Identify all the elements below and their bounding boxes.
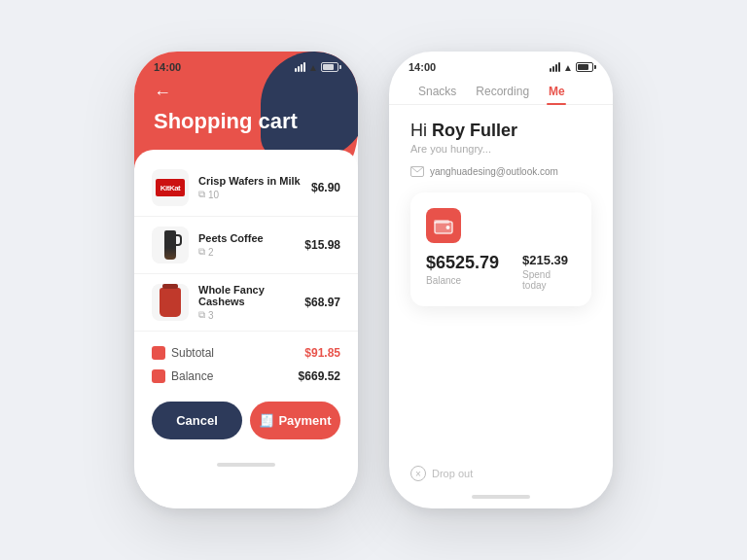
wallet-balance-amount: $6525.79 bbox=[426, 253, 499, 273]
drop-out-text[interactable]: Drop out bbox=[432, 468, 473, 479]
wallet-icon bbox=[426, 208, 461, 243]
payment-icon: 🧾 bbox=[259, 413, 274, 428]
cart-item: Whole Fancy Cashews ⧉ 3 $68.97 bbox=[134, 274, 358, 332]
wallet-card: $6525.79 Balance $215.39 Spend today bbox=[410, 192, 591, 306]
balance-value: $669.52 bbox=[299, 369, 340, 383]
wallet-amounts: $6525.79 Balance $215.39 Spend today bbox=[426, 253, 576, 291]
payment-button[interactable]: 🧾 Payment bbox=[250, 402, 340, 439]
cart-summary: Subtotal $91.85 Balance $669.52 bbox=[134, 335, 358, 394]
phone-profile: 14:00 ▲ Snacks Recording Me Hi bbox=[389, 52, 613, 508]
item-info: Whole Fancy Cashews ⧉ 3 bbox=[198, 284, 304, 321]
cart-item: KitKat Crisp Wafers in Milk ⧉ 10 $6.90 bbox=[134, 159, 358, 217]
item-qty: ⧉ 10 bbox=[198, 189, 311, 200]
subtotal-value: $91.85 bbox=[304, 346, 340, 360]
drop-out-row: × Drop out bbox=[389, 458, 613, 489]
copy-icon: ⧉ bbox=[198, 309, 205, 321]
wallet-spend-label: Spend today bbox=[522, 269, 576, 291]
drop-out-icon: × bbox=[410, 466, 426, 481]
item-qty: ⧉ 3 bbox=[198, 309, 304, 321]
wallet-balance-label: Balance bbox=[426, 275, 499, 286]
tab-recording[interactable]: Recording bbox=[466, 77, 539, 104]
jar-icon bbox=[160, 288, 181, 317]
coffee-icon bbox=[164, 230, 176, 260]
svg-rect-2 bbox=[434, 220, 449, 224]
battery-icon bbox=[576, 62, 593, 72]
greeting: Hi Roy Fuller bbox=[410, 121, 591, 141]
wifi-icon: ▲ bbox=[308, 62, 318, 73]
status-time: 14:00 bbox=[409, 61, 436, 73]
copy-icon: ⧉ bbox=[198, 246, 205, 258]
subtotal-row: Subtotal $91.85 bbox=[152, 341, 340, 365]
item-info: Crisp Wafers in Milk ⧉ 10 bbox=[198, 175, 311, 200]
item-info: Peets Coffee ⧉ 2 bbox=[198, 232, 304, 258]
subtext: Are you hungry... bbox=[410, 143, 591, 155]
cart-actions: Cancel 🧾 Payment bbox=[152, 402, 340, 439]
greeting-name: Roy Fuller bbox=[432, 121, 517, 140]
email-icon bbox=[410, 166, 424, 177]
item-price: $6.90 bbox=[311, 181, 340, 194]
item-image-kitkat: KitKat bbox=[152, 169, 189, 206]
signal-icon bbox=[550, 62, 560, 72]
balance-icon bbox=[152, 369, 165, 383]
balance-label: Balance bbox=[152, 369, 213, 383]
greeting-hi: Hi bbox=[410, 121, 427, 140]
subtotal-icon bbox=[152, 346, 165, 360]
cart-title: Shopping cart bbox=[154, 109, 338, 134]
home-indicator bbox=[217, 463, 275, 467]
balance-row: Balance $669.52 bbox=[152, 365, 340, 388]
cancel-button[interactable]: Cancel bbox=[152, 402, 242, 439]
phone-shopping-cart: 14:00 ▲ ← Shopping cart bbox=[134, 52, 358, 508]
item-price: $15.98 bbox=[304, 238, 340, 252]
item-name: Crisp Wafers in Milk bbox=[198, 175, 311, 187]
profile-section: Hi Roy Fuller Are you hungry... yanghuad… bbox=[389, 121, 613, 192]
wallet-spend-section: $215.39 Spend today bbox=[522, 253, 576, 291]
status-icons: ▲ bbox=[550, 62, 593, 73]
status-time: 14:00 bbox=[154, 61, 181, 73]
wallet-svg bbox=[434, 217, 453, 234]
item-qty: ⧉ 2 bbox=[198, 246, 304, 258]
cart-item: Peets Coffee ⧉ 2 $15.98 bbox=[134, 217, 358, 274]
email-row: yanghuadesing@outlook.com bbox=[410, 166, 591, 177]
kitkat-icon: KitKat bbox=[156, 179, 185, 196]
wallet-balance-section: $6525.79 Balance bbox=[426, 253, 499, 291]
tabs-nav: Snacks Recording Me bbox=[389, 77, 613, 105]
tab-snacks[interactable]: Snacks bbox=[409, 77, 466, 104]
item-name: Whole Fancy Cashews bbox=[198, 284, 304, 307]
wallet-spend-amount: $215.39 bbox=[522, 253, 576, 267]
home-indicator bbox=[472, 495, 530, 499]
tab-me[interactable]: Me bbox=[539, 77, 575, 104]
phone1-content: ← Shopping cart KitKat Crisp Wafers in M… bbox=[134, 77, 358, 508]
copy-icon: ⧉ bbox=[198, 189, 205, 200]
battery-icon bbox=[321, 62, 338, 72]
status-bar: 14:00 ▲ bbox=[134, 52, 358, 77]
cart-header: ← Shopping cart bbox=[134, 77, 358, 146]
wifi-icon: ▲ bbox=[563, 62, 573, 73]
status-icons: ▲ bbox=[295, 62, 338, 73]
item-image-cashews bbox=[152, 284, 189, 321]
item-price: $68.97 bbox=[304, 296, 340, 309]
item-image-coffee bbox=[152, 227, 189, 263]
email-text: yanghuadesing@outlook.com bbox=[430, 166, 558, 177]
item-name: Peets Coffee bbox=[198, 232, 304, 244]
phone2-content: Snacks Recording Me Hi Roy Fuller Are yo… bbox=[389, 77, 613, 508]
cart-items-area: KitKat Crisp Wafers in Milk ⧉ 10 $6.90 bbox=[134, 150, 358, 508]
status-bar: 14:00 ▲ bbox=[389, 52, 613, 77]
back-button[interactable]: ← bbox=[154, 83, 338, 103]
phones-container: 14:00 ▲ ← Shopping cart bbox=[134, 52, 613, 508]
subtotal-label: Subtotal bbox=[152, 346, 214, 360]
svg-point-3 bbox=[446, 226, 450, 229]
signal-icon bbox=[295, 62, 305, 72]
